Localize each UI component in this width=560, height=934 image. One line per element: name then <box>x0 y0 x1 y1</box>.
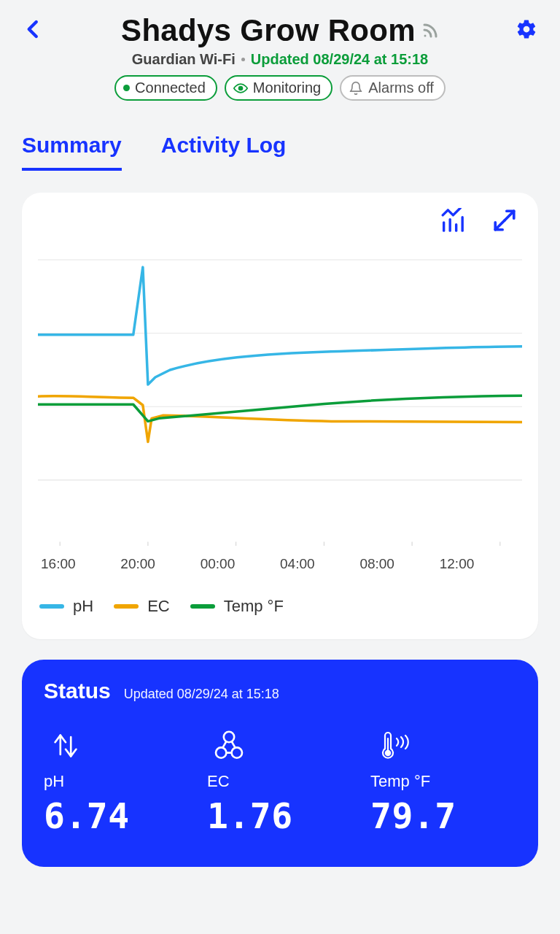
eye-icon <box>233 81 248 96</box>
settings-button[interactable] <box>510 13 542 45</box>
metric-ph: pH 6.74 <box>44 725 190 836</box>
badge-alarms-label: Alarms off <box>368 80 434 96</box>
chevron-left-icon <box>23 18 44 40</box>
metric-ph-value: 6.74 <box>44 795 130 836</box>
signal-icon <box>421 22 439 39</box>
chart-icon <box>440 208 464 233</box>
header-updated: Updated 08/29/24 at 15:18 <box>251 51 428 68</box>
metric-ec: EC 1.76 <box>207 725 353 836</box>
tab-activity-log[interactable]: Activity Log <box>161 126 287 171</box>
status-dot-icon <box>123 85 130 91</box>
legend-item-temp[interactable]: Temp °F <box>190 597 284 616</box>
page-title: Shadys Grow Room <box>121 13 416 48</box>
chart-x-axis: 16:00 20:00 00:00 04:00 08:00 12:00 <box>38 546 522 572</box>
legend-item-ph[interactable]: pH <box>39 597 93 616</box>
chart-legend: pH EC Temp °F <box>38 572 522 620</box>
badge-connected-label: Connected <box>135 80 206 96</box>
thermometer-icon <box>375 728 410 763</box>
legend-item-ec[interactable]: EC <box>114 597 170 616</box>
metric-temp-value: 79.7 <box>370 795 456 836</box>
x-tick: 20:00 <box>120 556 200 572</box>
badge-monitoring: Monitoring <box>225 75 332 101</box>
expand-button[interactable] <box>491 207 518 234</box>
ec-icon <box>211 728 246 763</box>
metric-temp: Temp °F 79.7 <box>370 725 516 836</box>
svg-point-0 <box>424 35 426 37</box>
chart-card: 16:00 20:00 00:00 04:00 08:00 12:00 pH E… <box>22 193 538 639</box>
swatch-ph <box>39 604 64 609</box>
swatch-temp <box>190 604 215 609</box>
status-updated: Updated 08/29/24 at 15:18 <box>124 687 279 702</box>
badge-monitoring-label: Monitoring <box>253 80 321 96</box>
series-temp <box>38 395 522 421</box>
svg-line-7 <box>495 220 505 230</box>
swatch-ec <box>114 604 139 609</box>
svg-point-20 <box>216 748 226 758</box>
status-title: Status <box>44 679 111 703</box>
metric-temp-label: Temp °F <box>370 772 430 791</box>
expand-icon <box>492 208 517 233</box>
legend-label-ec: EC <box>147 597 170 616</box>
svg-point-21 <box>232 748 242 758</box>
device-name: Guardian Wi-Fi <box>132 51 236 68</box>
separator-dot <box>241 58 245 61</box>
svg-point-1 <box>238 86 242 90</box>
x-tick: 04:00 <box>280 556 359 572</box>
tabs: Summary Activity Log <box>0 108 560 171</box>
x-tick: 00:00 <box>201 556 280 572</box>
legend-label-ph: pH <box>73 597 93 616</box>
tab-summary[interactable]: Summary <box>22 126 122 171</box>
metric-ph-label: pH <box>44 772 64 791</box>
series-ph <box>38 267 522 385</box>
badge-connected: Connected <box>114 75 217 101</box>
ph-icon <box>48 728 83 763</box>
metric-ec-label: EC <box>207 772 230 791</box>
chart-plot[interactable]: 16:00 20:00 00:00 04:00 08:00 12:00 <box>38 252 522 572</box>
x-tick: 16:00 <box>41 556 120 572</box>
svg-point-19 <box>224 732 234 742</box>
metric-ec-value: 1.76 <box>207 795 293 836</box>
bell-icon <box>349 81 363 96</box>
legend-label-temp: Temp °F <box>224 597 284 616</box>
chart-type-button[interactable] <box>439 207 465 234</box>
svg-line-6 <box>505 211 514 220</box>
x-tick: 12:00 <box>440 556 519 572</box>
gear-icon <box>516 18 537 40</box>
status-card: Status Updated 08/29/24 at 15:18 pH 6.74 <box>22 660 538 867</box>
badge-alarms: Alarms off <box>340 75 446 101</box>
back-button[interactable] <box>18 13 50 45</box>
header: Shadys Grow Room Guardian Wi-Fi Updated … <box>0 0 560 108</box>
series-ec <box>38 396 522 442</box>
x-tick: 08:00 <box>359 556 439 572</box>
